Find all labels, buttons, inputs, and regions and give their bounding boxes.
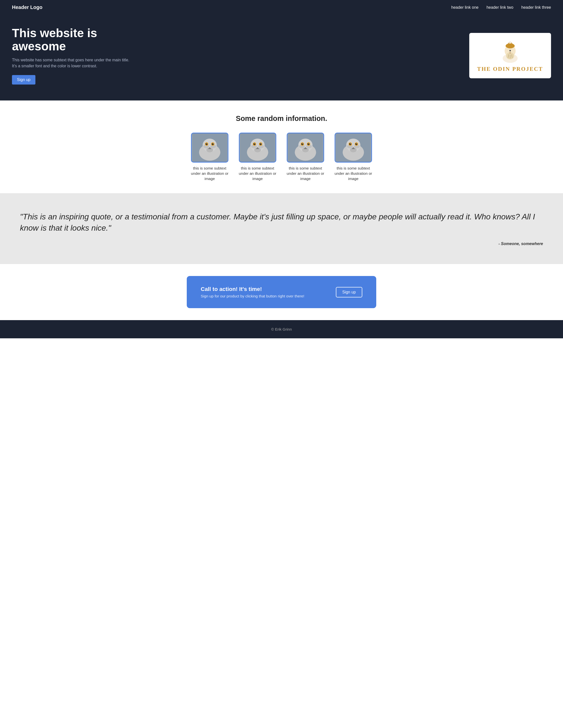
odin-mascot-icon (498, 39, 523, 64)
odin-project-title: THE ODIN PROJECT (477, 66, 543, 72)
svg-point-60 (350, 143, 351, 144)
odin-logo: THE ODIN PROJECT (477, 39, 543, 72)
card-subtext-1: this is some subtext under an illustrati… (190, 166, 230, 182)
info-section: Some random information. (0, 100, 563, 193)
card-image-1 (191, 133, 228, 163)
site-header: Header Logo header link one header link … (0, 0, 563, 15)
bird-illustration-4 (335, 133, 371, 162)
nav-link-two[interactable]: header link two (486, 5, 513, 10)
card-subtext-4: this is some subtext under an illustrati… (333, 166, 373, 182)
svg-point-6 (509, 50, 511, 51)
card-4: this is some subtext under an illustrati… (333, 133, 373, 182)
header-logo: Header Logo (12, 4, 42, 10)
card-1: this is some subtext under an illustrati… (190, 133, 230, 182)
hero-section: This website is awesome This website has… (0, 15, 563, 100)
bird-illustration-2 (240, 133, 276, 162)
card-2: this is some subtext under an illustrati… (238, 133, 278, 182)
svg-point-34 (254, 143, 255, 144)
quote-text: "This is an inspiring quote, or a testim… (20, 211, 543, 234)
hero-title: This website is awesome (12, 27, 132, 53)
svg-point-35 (261, 143, 261, 144)
quote-attribution: - Someone, somewhere (20, 242, 543, 246)
card-subtext-2: this is some subtext under an illustrati… (238, 166, 278, 182)
cards-row: this is some subtext under an illustrati… (12, 133, 551, 182)
hero-text-block: This website is awesome This website has… (12, 27, 132, 85)
hero-image-box: THE ODIN PROJECT (469, 33, 551, 78)
info-section-title: Some random information. (12, 114, 551, 123)
quote-section: "This is an inspiring quote, or a testim… (0, 193, 563, 264)
nav-link-one[interactable]: header link one (451, 5, 478, 10)
card-image-4 (335, 133, 372, 163)
cta-box: Call to action! It's time! Sign up for o… (187, 276, 376, 308)
hero-subtext: This website has some subtext that goes … (12, 57, 132, 69)
svg-point-21 (206, 143, 207, 144)
card-image-2 (239, 133, 276, 163)
card-3: this is some subtext under an illustrati… (285, 133, 325, 182)
nav-link-three[interactable]: header link three (521, 5, 551, 10)
card-image-3 (287, 133, 324, 163)
footer-text: © Erik Grinn (271, 327, 292, 331)
cta-title: Call to action! It's time! (201, 286, 304, 292)
card-subtext-3: this is some subtext under an illustrati… (285, 166, 325, 182)
site-footer: © Erik Grinn (0, 320, 563, 338)
svg-point-5 (506, 43, 515, 48)
cta-subtext: Sign up for our product by clicking that… (201, 294, 304, 298)
svg-point-7 (509, 52, 511, 54)
cta-signup-button[interactable]: Sign up (336, 287, 362, 297)
main-nav: header link one header link two header l… (451, 5, 551, 10)
svg-point-22 (213, 143, 213, 144)
bird-illustration-3 (287, 133, 323, 162)
cta-section: Call to action! It's time! Sign up for o… (0, 264, 563, 320)
bird-illustration-1 (192, 133, 228, 162)
svg-point-48 (308, 143, 309, 144)
cta-text-block: Call to action! It's time! Sign up for o… (201, 286, 304, 298)
svg-point-61 (356, 143, 357, 144)
hero-signup-button[interactable]: Sign up (12, 75, 35, 85)
svg-point-47 (302, 143, 303, 144)
